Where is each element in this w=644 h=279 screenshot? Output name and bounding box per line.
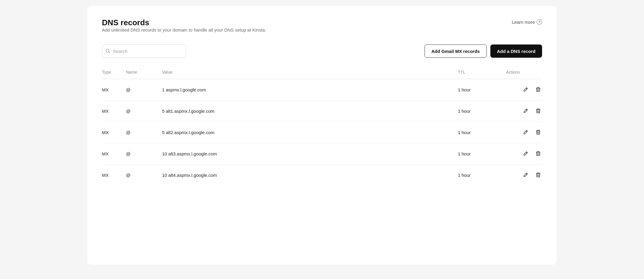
cell-ttl-3: 1 hour bbox=[458, 143, 506, 164]
col-header-value: Value bbox=[162, 70, 458, 79]
table-row: MX @ 5 alt2.aspmx.l.google.com 1 hour bbox=[102, 122, 542, 143]
help-icon: ? bbox=[537, 19, 542, 25]
page-title: DNS records bbox=[102, 18, 266, 27]
table-row: MX @ 10 alt3.aspmx.l.google.com 1 hour bbox=[102, 143, 542, 164]
svg-line-18 bbox=[526, 174, 527, 175]
add-dns-record-button[interactable]: Add a DNS record bbox=[490, 44, 542, 58]
col-header-type: Type bbox=[102, 70, 126, 79]
search-wrapper bbox=[102, 44, 186, 58]
cell-type-4: MX bbox=[102, 164, 126, 186]
button-group: Add Gmail MX records Add a DNS record bbox=[425, 44, 542, 58]
delete-button-0[interactable] bbox=[534, 86, 542, 94]
cell-name-2: @ bbox=[126, 122, 162, 143]
cell-ttl-2: 1 hour bbox=[458, 122, 506, 143]
col-header-ttl: TTL bbox=[458, 70, 506, 79]
edit-button-3[interactable] bbox=[522, 150, 529, 158]
cell-name-4: @ bbox=[126, 164, 162, 186]
search-input[interactable] bbox=[102, 44, 186, 58]
svg-line-2 bbox=[526, 88, 527, 89]
cell-ttl-1: 1 hour bbox=[458, 100, 506, 122]
table-row: MX @ 1 aspmx.l.google.com 1 hour bbox=[102, 79, 542, 100]
cell-name-1: @ bbox=[126, 100, 162, 122]
cell-actions-2 bbox=[506, 122, 542, 143]
col-header-actions: Actions bbox=[506, 70, 542, 79]
cell-type-2: MX bbox=[102, 122, 126, 143]
cell-actions-3 bbox=[506, 143, 542, 164]
cell-value-0: 1 aspmx.l.google.com bbox=[162, 79, 458, 100]
cell-name-0: @ bbox=[126, 79, 162, 100]
table-header-row: Type Name Value TTL Actions bbox=[102, 70, 542, 79]
edit-button-0[interactable] bbox=[522, 86, 529, 94]
delete-button-1[interactable] bbox=[534, 107, 542, 115]
svg-line-10 bbox=[526, 131, 527, 132]
cell-value-3: 10 alt3.aspmx.l.google.com bbox=[162, 143, 458, 164]
add-gmail-mx-button[interactable]: Add Gmail MX records bbox=[425, 44, 487, 58]
delete-button-4[interactable] bbox=[534, 171, 542, 179]
header-row: DNS records Add unlimited DNS records to… bbox=[102, 18, 542, 42]
delete-button-3[interactable] bbox=[534, 150, 542, 158]
cell-value-4: 10 alt4.aspmx.l.google.com bbox=[162, 164, 458, 186]
cell-type-1: MX bbox=[102, 100, 126, 122]
cell-type-3: MX bbox=[102, 143, 126, 164]
search-icon bbox=[106, 49, 110, 54]
main-container: DNS records Add unlimited DNS records to… bbox=[87, 6, 557, 265]
edit-button-4[interactable] bbox=[522, 171, 529, 179]
header-left: DNS records Add unlimited DNS records to… bbox=[102, 18, 266, 42]
cell-type-0: MX bbox=[102, 79, 126, 100]
cell-value-2: 5 alt2.aspmx.l.google.com bbox=[162, 122, 458, 143]
toolbar: Add Gmail MX records Add a DNS record bbox=[102, 44, 542, 58]
edit-button-1[interactable] bbox=[522, 107, 529, 115]
dns-table: Type Name Value TTL Actions MX @ 1 aspm bbox=[102, 70, 542, 185]
learn-more-link[interactable]: Learn more ? bbox=[512, 18, 542, 25]
table-row: MX @ 10 alt4.aspmx.l.google.com 1 hour bbox=[102, 164, 542, 186]
cell-actions-4 bbox=[506, 164, 542, 186]
cell-ttl-0: 1 hour bbox=[458, 79, 506, 100]
delete-button-2[interactable] bbox=[534, 128, 542, 136]
edit-button-2[interactable] bbox=[522, 128, 529, 136]
cell-name-3: @ bbox=[126, 143, 162, 164]
cell-value-1: 5 alt1.aspmx.l.google.com bbox=[162, 100, 458, 122]
learn-more-label: Learn more bbox=[512, 20, 535, 25]
cell-ttl-4: 1 hour bbox=[458, 164, 506, 186]
cell-actions-0 bbox=[506, 79, 542, 100]
cell-actions-1 bbox=[506, 100, 542, 122]
svg-line-1 bbox=[109, 52, 110, 53]
col-header-name: Name bbox=[126, 70, 162, 79]
svg-line-14 bbox=[526, 152, 527, 153]
page-subtitle: Add unlimited DNS records to your domain… bbox=[102, 27, 266, 32]
svg-line-6 bbox=[526, 110, 527, 111]
table-row: MX @ 5 alt1.aspmx.l.google.com 1 hour bbox=[102, 100, 542, 122]
